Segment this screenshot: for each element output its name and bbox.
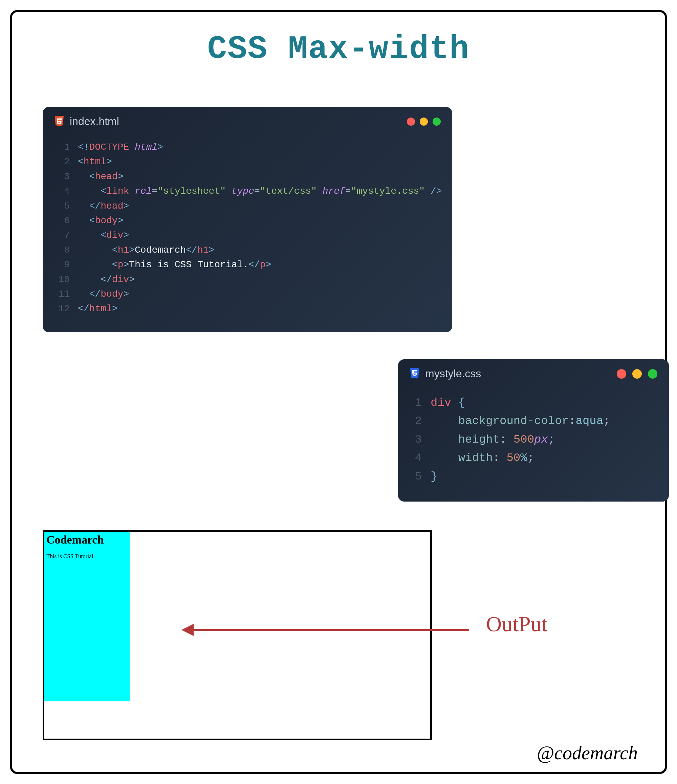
- line-number: 1: [410, 394, 422, 412]
- code-line: 8 <h1>Codemarch</h1>: [53, 243, 442, 257]
- code-line: 6 <body>: [53, 213, 442, 228]
- code-line: 9 <p>This is CSS Tutorial.</p>: [53, 257, 442, 272]
- html5-icon: [54, 116, 64, 128]
- minimize-icon[interactable]: [420, 118, 428, 126]
- maximize-icon[interactable]: [433, 118, 441, 126]
- output-paragraph: This is CSS Tutorial.: [47, 553, 127, 560]
- window-controls: [407, 118, 441, 126]
- line-number: 6: [53, 213, 70, 228]
- page-title: CSS Max-width: [12, 31, 665, 68]
- output-label: OutPut: [486, 611, 547, 637]
- minimize-icon[interactable]: [632, 369, 642, 379]
- code-line: 5 </head>: [53, 199, 442, 213]
- code-line: 11 </body>: [53, 287, 442, 302]
- code-line: 1div {: [410, 394, 657, 412]
- window-controls: [617, 369, 657, 379]
- code-line: 12</html>: [53, 302, 442, 316]
- line-number: 9: [53, 257, 70, 272]
- output-div: Codemarch This is CSS Tutorial.: [44, 532, 130, 702]
- css-code-body: 1div { 2 background-color:aqua; 3 height…: [398, 384, 669, 495]
- code-line: 2 background-color:aqua;: [410, 412, 657, 430]
- line-number: 11: [53, 287, 70, 302]
- line-number: 5: [410, 467, 422, 485]
- line-number: 8: [53, 243, 70, 257]
- code-line: 4 width: 50%;: [410, 449, 657, 467]
- arrow-head-icon: [182, 624, 194, 636]
- code-line: 3 height: 500px;: [410, 431, 657, 449]
- line-number: 5: [53, 199, 70, 213]
- window-title-group: mystyle.css: [410, 367, 481, 380]
- code-line: 2<html>: [53, 154, 442, 169]
- maximize-icon[interactable]: [648, 369, 657, 379]
- html-code-window: index.html 1<!DOCTYPE html> 2<html> 3 <h…: [43, 107, 452, 332]
- line-number: 10: [53, 272, 70, 287]
- css-code-window: mystyle.css 1div { 2 background-color:aq…: [398, 359, 669, 502]
- line-number: 3: [410, 431, 422, 449]
- code-line: 10 </div>: [53, 272, 442, 287]
- window-header: mystyle.css: [398, 359, 669, 384]
- document-frame: CSS Max-width index.html 1<!DOCTYPE html…: [10, 10, 667, 774]
- code-line: 4 <link rel="stylesheet" type="text/css"…: [53, 184, 442, 198]
- window-filename: index.html: [70, 115, 119, 128]
- arrow-line-icon: [192, 629, 469, 631]
- line-number: 7: [53, 228, 70, 243]
- line-number: 4: [410, 449, 422, 467]
- output-heading: Codemarch: [47, 534, 127, 546]
- window-title-group: index.html: [54, 115, 119, 128]
- code-line: 1<!DOCTYPE html>: [53, 140, 442, 154]
- line-number: 4: [53, 184, 70, 198]
- code-line: 7 <div>: [53, 228, 442, 243]
- output-arrow: [182, 620, 476, 640]
- close-icon[interactable]: [617, 369, 626, 379]
- window-filename: mystyle.css: [425, 367, 481, 380]
- author-handle: @codemarch: [537, 742, 638, 764]
- line-number: 2: [410, 412, 422, 430]
- window-header: index.html: [43, 107, 452, 132]
- line-number: 3: [53, 170, 70, 184]
- code-line: 5}: [410, 467, 657, 485]
- css3-icon: [410, 368, 420, 380]
- code-line: 3 <head>: [53, 170, 442, 184]
- html-code-body: 1<!DOCTYPE html> 2<html> 3 <head> 4 <lin…: [43, 132, 452, 327]
- line-number: 12: [53, 302, 70, 316]
- close-icon[interactable]: [407, 118, 415, 126]
- line-number: 1: [53, 140, 70, 154]
- line-number: 2: [53, 154, 70, 169]
